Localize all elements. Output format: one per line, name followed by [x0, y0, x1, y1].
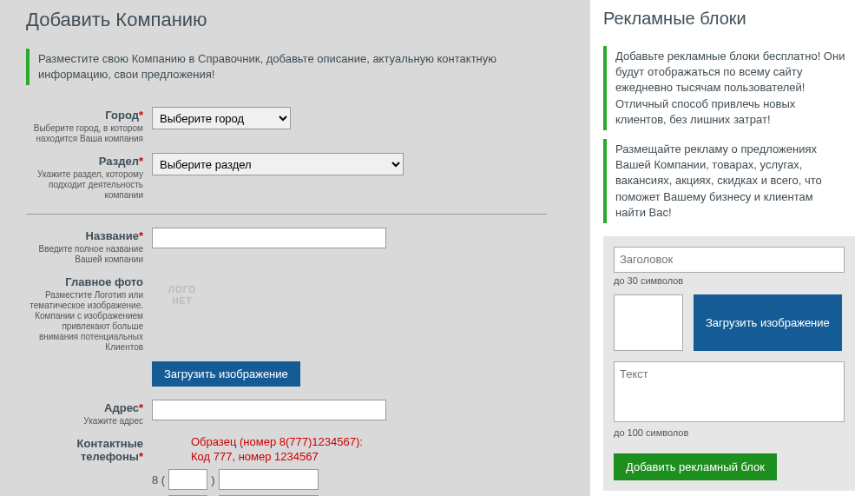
ad-image-preview [614, 294, 683, 351]
help-city: Выберите город, в котором находится Ваша… [26, 123, 143, 144]
label-photo: Главное фото [65, 275, 143, 288]
upload-image-button[interactable]: Загрузить изображение [152, 361, 300, 387]
required-marker: * [139, 450, 143, 463]
help-name: Введите полное название Вашей компании [26, 244, 143, 265]
phone-suffix: ) [211, 473, 214, 486]
ad-upload-button[interactable]: Загрузить изображение [694, 294, 842, 351]
required-marker: * [139, 229, 143, 242]
label-phones: Контактные телефоны [77, 437, 143, 463]
ad-image-row: Загрузить изображение [614, 294, 845, 351]
page-title: Добавить Компанию [26, 9, 547, 31]
input-address[interactable] [152, 400, 386, 420]
sidebar-panel: Рекламные блоки Добавьте рекламные блоки… [590, 0, 868, 496]
row-upload-button: Загрузить изображение [26, 361, 547, 387]
ad-text-input[interactable] [614, 361, 845, 422]
required-marker: * [139, 155, 143, 168]
help-photo: Разместите Логотип или тематическое изоб… [26, 290, 143, 353]
row-address: Адрес* Укажите адрес [26, 400, 547, 427]
row-photo: Главное фото Разместите Логотип или тема… [26, 274, 547, 353]
input-name[interactable] [152, 228, 386, 248]
label-city: Город [105, 109, 139, 122]
ad-form: до 30 символов Загрузить изображение до … [603, 236, 855, 491]
row-city: Город* Выберите город, в котором находит… [26, 107, 547, 144]
add-ad-block-button[interactable]: Добавить рекламный блок [614, 453, 777, 480]
ad-title-limit: до 30 символов [614, 275, 845, 286]
phone-number-1[interactable] [219, 469, 319, 490]
divider [26, 214, 547, 215]
photo-placeholder: ЛОГО НЕТ [152, 274, 213, 317]
row-phones: Контактные телефоны* Образец (номер 8(77… [26, 435, 547, 496]
phone-sample: Образец (номер 8(777)1234567): Код 777, … [152, 435, 547, 465]
main-form-panel: Добавить Компанию Разместите свою Компан… [0, 0, 573, 496]
phone-prefix: 8 ( [152, 473, 165, 486]
row-section: Раздел* Укажите раздел, которому подходи… [26, 153, 547, 201]
ad-text-limit: до 100 символов [614, 427, 845, 438]
select-section[interactable]: Выберите раздел [152, 153, 404, 175]
phone-code-1[interactable] [168, 469, 207, 490]
select-city[interactable]: Выберите город [152, 107, 291, 129]
phone-row-1: 8 ( ) [152, 469, 547, 490]
label-section: Раздел [99, 155, 139, 168]
help-address: Укажите адрес [26, 416, 143, 427]
intro-info-box: Разместите свою Компанию в Справочник, д… [26, 49, 547, 85]
help-section: Укажите раздел, которому подходит деятел… [26, 169, 143, 201]
label-address: Адрес [104, 401, 139, 414]
sidebar-title: Рекламные блоки [603, 9, 855, 29]
label-name: Название [86, 229, 139, 242]
required-marker: * [139, 401, 143, 414]
required-marker: * [139, 109, 143, 122]
row-name: Название* Введите полное название Вашей … [26, 228, 547, 265]
ad-title-input[interactable] [614, 247, 845, 273]
sidebar-info-1: Добавьте рекламные блоки бесплатно! Они … [603, 46, 855, 130]
sidebar-info-2: Размещайте рекламу о предложениях Вашей … [603, 139, 855, 223]
